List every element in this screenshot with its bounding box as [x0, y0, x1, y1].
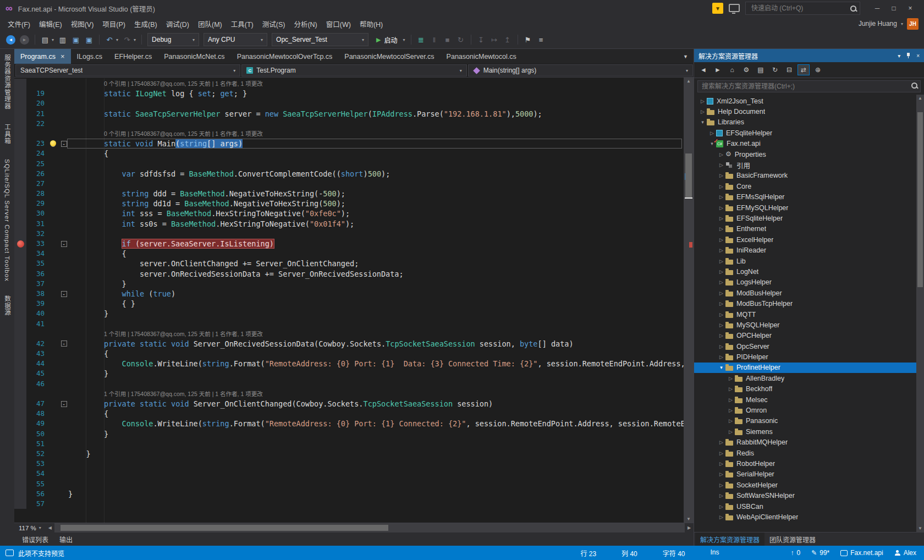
codelens-text[interactable]: 1 个引用 | 175408367@qq.com, 125 天前 | 1 名作者… [68, 389, 684, 399]
chevron-collapsed-icon[interactable]: ▷ [717, 322, 725, 328]
menu-item-测试(S)[interactable]: 测试(S) [258, 17, 290, 31]
uncommitted-changes[interactable]: ✎99* [811, 549, 829, 557]
tree-item-Beckhoff[interactable]: ▷Beckhoff [694, 384, 924, 394]
step-out-icon[interactable]: ↥ [502, 34, 514, 46]
chevron-down-icon[interactable]: ▾ [52, 37, 54, 42]
tree-item-引用[interactable]: ▷引用 [694, 160, 924, 170]
glyph-margin[interactable] [14, 109, 26, 119]
avatar[interactable]: JH [907, 18, 919, 30]
glyph-margin[interactable] [14, 399, 26, 409]
chevron-down-icon[interactable]: ▾ [116, 37, 118, 42]
tree-item-ModBusTcpHelper[interactable]: ▷ModBusTcpHelper [694, 298, 924, 309]
lightbulb-icon[interactable] [50, 140, 56, 146]
tree-item-EFMySQLHelper[interactable]: ▷EFMySQLHelper [694, 202, 924, 213]
glyph-margin[interactable] [14, 499, 26, 509]
glyph-margin[interactable] [14, 379, 26, 389]
glyph-margin[interactable] [14, 439, 26, 449]
tab-ILogs.cs[interactable]: ILogs.cs [71, 49, 109, 64]
side-tab-SQLite/SQL Server Compact Toolbox[interactable]: SQLite/SQL Server Compact Toolbox [4, 159, 10, 282]
menu-item-生成(B)[interactable]: 生成(B) [130, 17, 162, 31]
chevron-collapsed-icon[interactable]: ▷ [698, 109, 707, 114]
tree-item-EFSqliteHelper[interactable]: ▷EFSqliteHelper [694, 213, 924, 223]
menu-item-调试(D)[interactable]: 调试(D) [162, 17, 194, 31]
side-tab-服务器资源管理器[interactable]: 服务器资源管理器 [3, 54, 12, 109]
glyph-margin[interactable] [14, 289, 26, 299]
glyph-margin[interactable] [14, 409, 26, 419]
chevron-down-icon[interactable]: ▾ [134, 37, 136, 42]
collapse-region-icon[interactable]: - [61, 141, 67, 147]
se-collapse-all-icon[interactable]: ⊟ [783, 64, 795, 75]
tree-item-Lib[interactable]: ▷Lib [694, 256, 924, 266]
tree-item-SoftWareSNHelper[interactable]: ▷SoftWareSNHelper [694, 490, 924, 501]
tree-item-ExcelHelper[interactable]: ▷ExcelHelper [694, 234, 924, 245]
scroll-up-icon[interactable]: ▲ [916, 96, 924, 101]
quick-launch-input[interactable] [750, 4, 849, 13]
chevron-collapsed-icon[interactable]: ▷ [717, 471, 725, 477]
glyph-margin[interactable] [14, 489, 26, 499]
chevron-collapsed-icon[interactable]: ▷ [727, 408, 735, 413]
glyph-margin[interactable] [14, 449, 26, 459]
tree-item-AllenBradley[interactable]: ▷AllenBradley [694, 373, 924, 383]
glyph-margin[interactable] [14, 139, 26, 149]
menu-item-工具(T)[interactable]: 工具(T) [227, 17, 258, 31]
step-into-icon[interactable]: ↧ [475, 34, 487, 46]
chevron-collapsed-icon[interactable]: ▷ [717, 451, 725, 456]
chevron-collapsed-icon[interactable]: ▷ [717, 493, 725, 498]
chevron-collapsed-icon[interactable]: ▷ [717, 354, 725, 360]
glyph-margin[interactable] [14, 219, 26, 229]
glyph-margin[interactable] [14, 79, 26, 89]
chevron-collapsed-icon[interactable]: ▷ [717, 216, 725, 221]
tree-item-Xml2Json_Test[interactable]: ▷Xml2Json_Test [694, 96, 924, 106]
zoom-dropdown[interactable]: 117 % ▾ [14, 525, 46, 531]
chevron-collapsed-icon[interactable]: ▷ [717, 173, 725, 178]
chevron-down-icon[interactable]: ▾ [901, 21, 903, 26]
panel-tab-团队资源管理器[interactable]: 团队资源管理器 [765, 532, 821, 546]
chevron-collapsed-icon[interactable]: ▷ [717, 248, 725, 253]
tree-item-RobotHelper[interactable]: ▷RobotHelper [694, 458, 924, 469]
glyph-margin[interactable] [14, 239, 26, 249]
glyph-margin[interactable] [14, 299, 26, 309]
chevron-collapsed-icon[interactable]: ▷ [717, 162, 725, 168]
menu-item-窗口(W)[interactable]: 窗口(W) [322, 17, 355, 31]
member-dropdown[interactable]: Main(string[] args) ▾ [468, 64, 693, 76]
type-dropdown[interactable]: C Test.Program ▾ [241, 64, 466, 76]
tree-item-BasicFramework[interactable]: ▷BasicFramework [694, 171, 924, 181]
platform-dropdown[interactable]: Any CPU▾ [204, 33, 267, 46]
glyph-margin[interactable] [14, 89, 26, 98]
chevron-collapsed-icon[interactable]: ▷ [727, 429, 735, 435]
collapse-region-icon[interactable]: - [61, 291, 67, 297]
glyph-margin[interactable] [14, 159, 26, 169]
glyph-margin[interactable] [14, 208, 26, 218]
chevron-collapsed-icon[interactable]: ▷ [717, 152, 725, 157]
stop-debugging-icon[interactable]: ■ [442, 34, 454, 46]
tree-item-WebApiClientHelper[interactable]: ▷WebApiClientHelper [694, 512, 924, 522]
chevron-collapsed-icon[interactable]: ▷ [717, 290, 725, 296]
pin-icon[interactable] [906, 52, 911, 59]
menu-item-编辑(E)[interactable]: 编辑(E) [35, 17, 67, 31]
panel-tab-输出[interactable]: 输出 [54, 535, 78, 544]
tree-item-Panasonic[interactable]: ▷Panasonic [694, 416, 924, 426]
chevron-down-icon[interactable]: ▾ [403, 37, 405, 42]
tree-item-Fax.net.api[interactable]: ▾C#✓Fax.net.api [694, 139, 924, 149]
chevron-collapsed-icon[interactable]: ▷ [717, 205, 725, 211]
tree-item-Redis[interactable]: ▷Redis [694, 448, 924, 458]
signed-in-user[interactable]: Junjie Huang [859, 20, 897, 28]
glyph-margin[interactable] [14, 98, 26, 108]
scroll-down-icon[interactable]: ▼ [684, 517, 694, 521]
branch-user[interactable]: Alex [894, 549, 916, 557]
glyph-margin[interactable] [14, 359, 26, 369]
chevron-collapsed-icon[interactable]: ▷ [717, 482, 725, 488]
chevron-collapsed-icon[interactable]: ▷ [717, 440, 725, 445]
menu-item-分析(N)[interactable]: 分析(N) [289, 17, 321, 31]
editor-horizontal-scrollbar[interactable] [54, 523, 685, 532]
glyph-margin[interactable] [14, 389, 26, 399]
chevron-collapsed-icon[interactable]: ▷ [717, 333, 725, 338]
minimize-button[interactable]: ─ [869, 1, 886, 15]
codelens-text[interactable]: 0 个引用 | 175408367@qq.com, 125 天前 | 1 名作者… [68, 129, 684, 139]
redo-icon[interactable]: ↷ [121, 34, 133, 46]
restart-icon[interactable]: ↻ [455, 34, 467, 46]
tree-item-EFSqliteHelper[interactable]: ▷EFSqliteHelper [694, 128, 924, 138]
chevron-collapsed-icon[interactable]: ▷ [708, 130, 716, 136]
tree-item-RabbitMQHelper[interactable]: ▷RabbitMQHelper [694, 437, 924, 448]
collapse-region-icon[interactable]: - [61, 241, 67, 247]
